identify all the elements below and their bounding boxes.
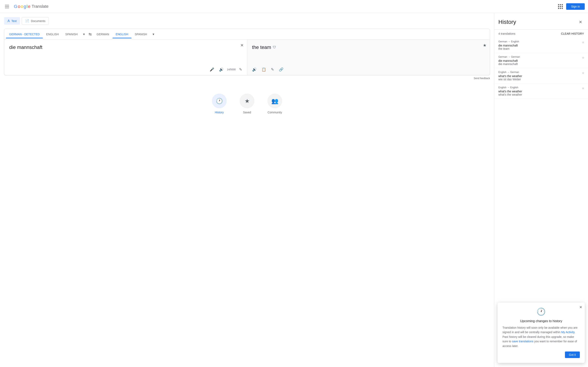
saved-icon-item[interactable]: ★ Saved <box>240 94 254 114</box>
saved-label: Saved <box>243 111 251 114</box>
google-logo: Google Translate <box>14 4 49 9</box>
clear-history-button[interactable]: CLEAR HISTORY <box>561 32 584 35</box>
history-item-lang: English → English <box>498 86 584 89</box>
community-icon-item[interactable]: 👥 Community <box>268 94 282 114</box>
header: Google Translate Sign in <box>0 0 588 13</box>
target-text: the team <box>252 44 271 50</box>
popup-footer: Got it <box>502 351 580 358</box>
popup-title: Upcoming changes to history <box>502 319 580 323</box>
popup-overlay: ✕ 🕐 Upcoming changes to history Translat… <box>494 303 588 367</box>
sign-in-button[interactable]: Sign in <box>566 3 585 10</box>
history-item-lang: German → English <box>498 40 584 43</box>
history-item[interactable]: English → English what's the weather wha… <box>494 83 588 99</box>
history-meta: 4 translations CLEAR HISTORY <box>494 30 588 38</box>
history-item-lang: German → German <box>498 55 584 58</box>
target-lang-english[interactable]: ENGLISH <box>112 30 131 38</box>
target-lang-german[interactable]: GERMAN <box>93 30 112 38</box>
history-item-target: the team <box>498 47 584 50</box>
left-panel: A Text 📄 Documents GERMAN - DETECTED ENG… <box>0 13 494 367</box>
source-lang-spanish[interactable]: SPANISH <box>62 30 81 38</box>
target-footer: 🔊 📋 ✎ 🔗 <box>247 64 490 75</box>
my-activity-link[interactable]: My Activity <box>561 331 575 334</box>
history-item-source: what's the weather <box>498 75 584 78</box>
tab-documents[interactable]: 📄 Documents <box>22 17 49 25</box>
history-item-target: die mannschaft <box>498 62 584 66</box>
mic-button[interactable]: 🎤 <box>208 66 216 73</box>
share-button[interactable]: 🔗 <box>277 66 285 73</box>
char-count: 14/5000 <box>227 68 236 71</box>
history-item-target: what's the weather <box>498 93 584 96</box>
main-container: A Text 📄 Documents GERMAN - DETECTED ENG… <box>0 13 588 367</box>
history-item[interactable]: English → German what's the weather wie … <box>494 68 588 83</box>
history-item[interactable]: German → English die mannschaft the team… <box>494 38 588 53</box>
popup-history-icon: 🕐 <box>502 308 580 316</box>
popup-body: Translation history will soon only be av… <box>502 325 580 348</box>
feedback-link[interactable]: Send feedback <box>4 75 490 81</box>
source-text[interactable]: die mannschaft <box>9 44 244 50</box>
history-label: History <box>215 111 224 114</box>
history-close-button[interactable]: ✕ <box>577 18 584 26</box>
history-panel: History ✕ 4 translations CLEAR HISTORY G… <box>494 13 588 367</box>
history-item-star[interactable]: ★ <box>581 40 585 45</box>
history-title: History <box>498 19 516 25</box>
translation-panels: die mannschaft ✕ 🎤 🔊 14/5000 ✎ the team <box>4 40 490 75</box>
copy-button[interactable]: 📋 <box>260 66 268 73</box>
history-item-lang: English → German <box>498 71 584 74</box>
history-change-popup: ✕ 🕐 Upcoming changes to history Translat… <box>498 303 585 363</box>
target-lang-spanish[interactable]: SPANISH <box>131 30 150 38</box>
got-it-button[interactable]: Got it <box>565 351 580 358</box>
history-header: History ✕ <box>494 13 588 30</box>
community-label: Community <box>268 111 282 114</box>
history-item[interactable]: German → German die mannschaft die manns… <box>494 53 588 68</box>
target-speaker-button[interactable]: 🔊 <box>251 66 258 73</box>
menu-button[interactable] <box>3 3 11 10</box>
history-item-target: wie ist das Wetter <box>498 78 584 81</box>
document-icon: 📄 <box>25 19 29 23</box>
chevron-down-icon: ▼ <box>82 33 85 36</box>
speaker-button[interactable]: 🔊 <box>217 66 225 73</box>
tab-text[interactable]: A Text <box>4 17 20 25</box>
history-item-star[interactable]: ★ <box>581 86 585 91</box>
mode-tabs: A Text 📄 Documents <box>4 17 490 25</box>
source-footer: 🎤 🔊 14/5000 ✎ <box>4 64 247 75</box>
target-input-area: the team 🛡 ★ <box>247 40 490 64</box>
saved-circle[interactable]: ★ <box>240 94 254 108</box>
header-right: Sign in <box>558 3 585 10</box>
popup-close-button[interactable]: ✕ <box>579 305 582 309</box>
header-left: Google Translate <box>3 3 49 10</box>
shield-icon: 🛡 <box>273 45 276 49</box>
swap-languages-button[interactable]: ⇆ <box>87 30 93 38</box>
apps-icon[interactable] <box>558 4 563 9</box>
source-lang-detected[interactable]: GERMAN - DETECTED <box>6 30 43 38</box>
source-input-area[interactable]: die mannschaft ✕ <box>4 40 247 64</box>
community-circle[interactable]: 👥 <box>268 94 282 108</box>
history-icon: 🕐 <box>216 98 223 104</box>
history-item-star[interactable]: ★ <box>581 55 585 60</box>
clear-source-button[interactable]: ✕ <box>240 43 244 48</box>
star-icon: ★ <box>245 98 250 104</box>
community-icon: 👥 <box>271 98 278 104</box>
star-button[interactable]: ★ <box>483 43 486 48</box>
target-lang-dropdown[interactable]: ▼ <box>150 31 156 38</box>
bottom-icons: 🕐 History ★ Saved 👥 Community <box>4 94 490 114</box>
pencil-button[interactable]: ✎ <box>269 66 276 73</box>
translation-box: GERMAN - DETECTED ENGLISH SPANISH ▼ ⇆ GE… <box>4 29 490 75</box>
chevron-down-icon: ▼ <box>152 33 155 36</box>
history-item-source: what's the weather <box>498 90 584 93</box>
history-circle[interactable]: 🕐 <box>212 94 227 108</box>
source-panel: die mannschaft ✕ 🎤 🔊 14/5000 ✎ <box>4 40 247 75</box>
history-icon-item[interactable]: 🕐 History <box>212 94 227 114</box>
translation-count: 4 translations <box>498 32 515 35</box>
app-title: Translate <box>32 4 49 9</box>
source-lang-english[interactable]: ENGLISH <box>43 30 62 38</box>
save-translations-link[interactable]: save translations <box>512 340 534 343</box>
source-lang-dropdown[interactable]: ▼ <box>81 31 87 38</box>
translate-icon: A <box>8 19 10 23</box>
target-panel: the team 🛡 ★ 🔊 📋 ✎ 🔗 <box>247 40 490 75</box>
history-item-source: die mannschaft <box>498 44 584 47</box>
edit-button[interactable]: ✎ <box>237 66 244 73</box>
language-bar: GERMAN - DETECTED ENGLISH SPANISH ▼ ⇆ GE… <box>4 29 490 40</box>
history-item-source: die mannschaft <box>498 59 584 62</box>
history-item-star[interactable]: ★ <box>581 71 585 75</box>
